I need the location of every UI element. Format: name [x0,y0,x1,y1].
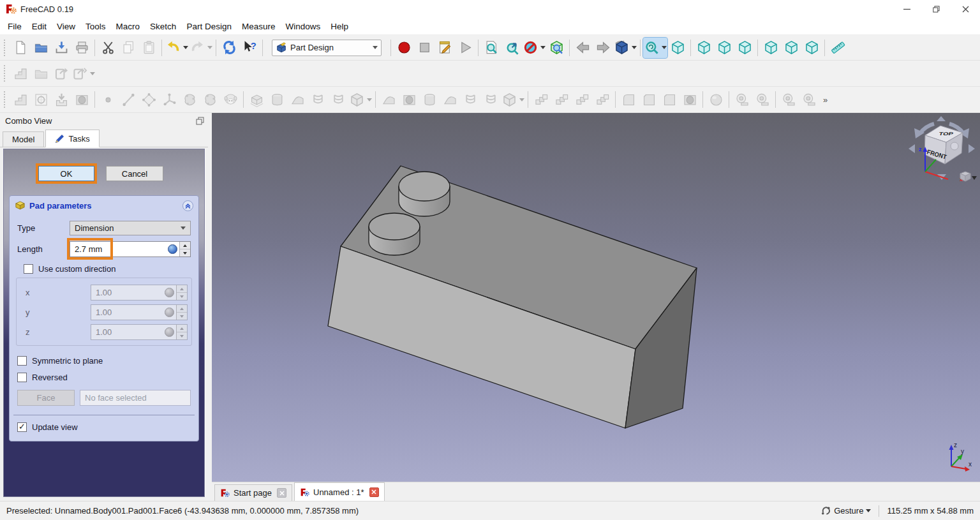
toolbar-separator [569,40,570,56]
pocket-button [378,89,399,110]
toolbar-structure [0,61,980,87]
hole-button [399,89,419,110]
view-top-button[interactable] [714,38,734,58]
menu-macro[interactable]: Macro [111,20,145,33]
collapse-section-button[interactable] [182,200,193,211]
dropdown-arrow-icon[interactable] [207,46,212,49]
dropdown-arrow-icon[interactable] [662,46,667,49]
close-tab-icon[interactable] [369,487,379,497]
view-rear-button[interactable] [761,38,781,58]
view-left-button[interactable] [801,38,822,58]
3d-viewport[interactable]: TOP FRONT z x [212,113,980,482]
refresh-button[interactable] [219,38,239,58]
brick-model[interactable] [212,113,980,482]
dropdown-arrow-icon[interactable] [367,98,372,101]
toolbar-separator [702,91,703,108]
dropdown-arrow-icon[interactable] [183,46,188,49]
menu-file[interactable]: File [3,20,27,33]
macro-edit-button[interactable] [434,38,455,58]
tab-unnamed-document[interactable]: Unnamed : 1* [294,482,385,501]
menu-windows[interactable]: Windows [280,20,325,33]
expression-editor-icon[interactable] [168,244,177,254]
length-value: 2.7 mm [70,244,168,254]
toolbar-handle[interactable] [4,65,8,82]
pad-icon [15,200,26,211]
make-link-group-button [71,63,96,84]
toolbar-handle[interactable] [4,40,8,56]
tab-tasks[interactable]: Tasks [45,130,99,147]
update-view-checkbox[interactable] [17,422,27,432]
create-part-button [10,63,31,84]
whats-this-button[interactable]: ? [239,38,260,58]
measure-ruler-button[interactable] [828,38,848,58]
menu-edit[interactable]: Edit [27,20,52,33]
navigation-cube[interactable]: TOP FRONT z x [906,115,977,187]
toolbar-separator [262,40,263,56]
close-tab-icon[interactable] [277,488,286,498]
box-zoom-button[interactable] [546,38,567,58]
menu-part-design[interactable]: Part Design [181,20,237,33]
macro-play-button[interactable] [455,38,475,58]
macro-stop-button[interactable] [414,38,434,58]
dropdown-arrow-icon[interactable] [90,72,95,75]
new-file-button[interactable] [10,38,31,58]
clipping-plane-button[interactable] [522,38,546,58]
document-tab-bar: Start page Unnamed : 1* [212,482,980,501]
subtractive-pipe-button [460,89,480,110]
length-spinner[interactable] [179,242,190,256]
fit-all-button[interactable] [481,38,501,58]
reversed-checkbox[interactable] [17,373,27,382]
view-bottom-button[interactable] [781,38,801,58]
toolbar-handle[interactable] [4,91,8,108]
fit-selection-button[interactable] [501,38,522,58]
menu-sketch[interactable]: Sketch [145,20,181,33]
zoom-fit-button[interactable] [643,38,667,58]
length-input[interactable]: 2.7 mm [70,241,191,257]
home-view-button[interactable] [613,38,637,58]
view-right-button[interactable] [734,38,755,58]
toolbar-overflow-button[interactable]: » [820,95,830,105]
view-axonometric-button[interactable] [667,38,688,58]
cancel-button[interactable]: Cancel [106,166,163,181]
additive-helix-button [328,89,348,110]
menu-view[interactable]: View [52,20,80,33]
use-custom-direction-checkbox[interactable] [24,264,33,274]
type-dropdown[interactable]: Dimension [70,221,191,235]
restore-button[interactable] [921,0,951,18]
tab-model[interactable]: Model [3,131,44,147]
nav-forward-button[interactable] [593,38,613,58]
rotate-up-arrow [937,116,946,121]
navcube-settings-cube[interactable] [960,172,977,181]
nav-style-selector[interactable]: Gesture [820,505,871,516]
close-button[interactable] [951,0,980,18]
chevron-down-icon [866,509,871,512]
dropdown-arrow-icon[interactable] [519,98,524,101]
menu-measure[interactable]: Measure [237,20,281,33]
combo-view-tabs: Model Tasks [0,129,208,147]
tab-tasks-label: Tasks [68,134,89,144]
workbench-selector[interactable]: Part Design [272,40,382,56]
menu-tools[interactable]: Tools [80,20,111,33]
minimize-button[interactable] [892,0,921,18]
combo-view-header: Combo View [0,113,208,129]
save-file-button[interactable] [51,38,71,58]
nav-back-button[interactable] [572,38,593,58]
undo-button[interactable] [165,38,189,58]
tab-start-page[interactable]: Start page [214,484,292,501]
menu-help[interactable]: Help [325,20,353,33]
ok-button[interactable]: OK [38,166,94,181]
cut-button[interactable] [98,38,118,58]
open-file-button[interactable] [31,38,51,58]
print-button[interactable] [71,38,92,58]
macro-record-button[interactable] [394,38,414,58]
pad-button [246,89,267,110]
pad-parameters-section: Pad parameters Type Dimension Length [9,195,199,442]
window-title: FreeCAD 0.19 [20,4,73,14]
dropdown-arrow-icon[interactable] [632,46,637,49]
y-label: y [20,308,91,317]
dropdown-arrow-icon[interactable] [540,46,546,49]
view-front-button[interactable] [694,38,714,58]
symmetric-to-plane-checkbox[interactable] [17,356,27,366]
float-panel-button[interactable] [196,117,204,125]
create-body-button [10,89,31,110]
